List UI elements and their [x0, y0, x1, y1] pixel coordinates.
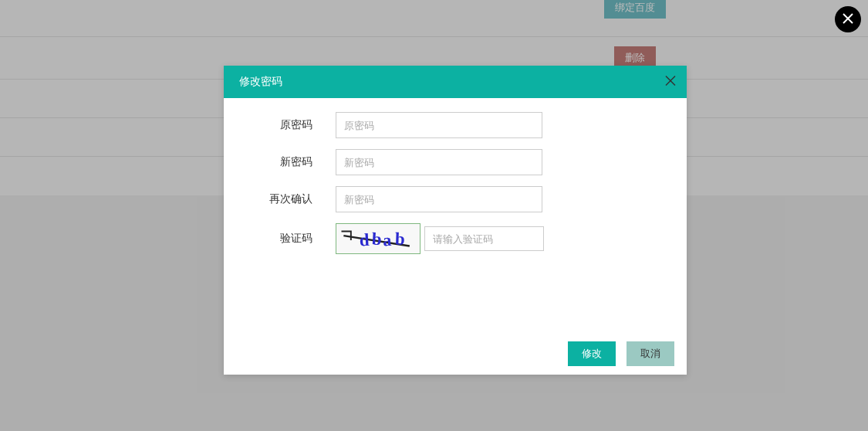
close-icon: [665, 76, 676, 89]
new-password-input[interactable]: [336, 149, 542, 175]
confirm-password-label: 再次确认: [247, 192, 312, 206]
captcha-label: 验证码: [247, 232, 312, 246]
close-icon: [842, 12, 854, 27]
modal-close-button[interactable]: [665, 76, 676, 89]
modal-header: 修改密码: [224, 66, 687, 98]
svg-text:b: b: [395, 229, 407, 249]
svg-text:b: b: [371, 229, 383, 249]
submit-button[interactable]: 修改: [568, 341, 616, 366]
captcha-input[interactable]: [424, 226, 544, 251]
original-password-input[interactable]: [336, 112, 542, 138]
original-password-label: 原密码: [247, 118, 312, 132]
svg-text:a: a: [382, 231, 393, 250]
new-password-label: 新密码: [247, 155, 312, 169]
page-close-button[interactable]: [835, 6, 861, 32]
modal-footer: 修改 取消: [224, 333, 687, 375]
confirm-password-input[interactable]: [336, 186, 542, 212]
svg-text:d: d: [359, 230, 370, 250]
captcha-svg: d b a b: [336, 224, 420, 253]
cancel-button[interactable]: 取消: [627, 341, 674, 366]
modal-title: 修改密码: [239, 75, 282, 89]
modal-body: 原密码 新密码 再次确认 验证码 d b a b: [224, 98, 687, 333]
change-password-modal: 修改密码 原密码 新密码 再次确认 验证码 d: [224, 66, 687, 375]
captcha-image[interactable]: d b a b: [336, 223, 420, 254]
